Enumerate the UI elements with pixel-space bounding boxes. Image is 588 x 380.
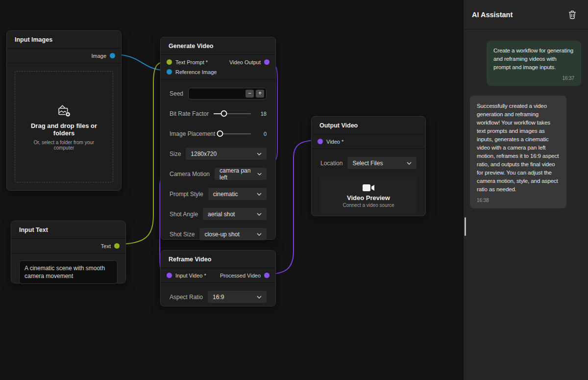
user-message-text: Create a workflow for generating and ref… xyxy=(493,47,574,72)
prompt-style-label: Prompt Style xyxy=(170,191,203,198)
dropzone-subtitle: Or, select a folder from your computer xyxy=(26,140,102,151)
node-input-images[interactable]: Input Images Image Drag and drop files o… xyxy=(6,30,122,191)
node-input-text[interactable]: Input Text Text A cinematic scene with s… xyxy=(11,221,126,283)
add-image-icon xyxy=(57,103,72,117)
node-title[interactable]: Generate Video xyxy=(161,37,275,55)
ai-assistant-title: AI Assistant xyxy=(472,11,513,19)
size-label: Size xyxy=(170,151,181,157)
input-video-port-dot[interactable] xyxy=(167,273,172,278)
port-input-video[interactable]: Input Video * xyxy=(167,273,206,279)
port-video-output[interactable]: Video Output xyxy=(229,59,270,65)
node-title[interactable]: Input Text xyxy=(11,221,125,239)
assistant-message-bubble: Successfully created a video generation … xyxy=(470,96,566,208)
image-placement-value: 0 xyxy=(256,131,267,137)
user-message-bubble: Create a workflow for generating and ref… xyxy=(487,41,581,86)
dropzone-title: Drag and drop files or folders xyxy=(26,122,102,137)
aspect-ratio-label: Aspect Ratio xyxy=(170,294,203,301)
assistant-message-text: Successfully created a video generation … xyxy=(477,102,560,194)
video-output-port-dot[interactable] xyxy=(264,59,270,65)
node-reframe-video[interactable]: Reframe Video Input Video * Processed Vi… xyxy=(160,250,276,306)
chevron-down-icon xyxy=(407,162,412,165)
ai-assistant-panel: AI Assistant Create a workflow for gener… xyxy=(463,0,588,380)
port-video-input[interactable]: Video * xyxy=(318,139,343,145)
ai-assistant-header: AI Assistant xyxy=(464,0,588,29)
seed-label: Seed xyxy=(170,90,183,97)
text-prompt-port-dot[interactable] xyxy=(167,59,172,65)
video-port-dot[interactable] xyxy=(318,139,323,144)
shot-size-value: close-up shot xyxy=(204,231,239,238)
chevron-down-icon xyxy=(257,213,262,216)
camera-motion-dropdown[interactable]: camera pan left xyxy=(215,168,267,180)
message-timestamp: 16:37 xyxy=(493,74,574,82)
port-section: Image xyxy=(7,49,121,63)
location-label: Location xyxy=(320,160,343,167)
port-label: Video Output xyxy=(229,59,261,65)
image-placement-slider[interactable] xyxy=(220,130,251,137)
seed-increment-button[interactable]: + xyxy=(256,90,264,98)
processed-video-port-dot[interactable] xyxy=(264,273,270,278)
location-dropdown[interactable]: Select Files xyxy=(347,157,416,169)
node-title[interactable]: Output Video xyxy=(312,117,425,134)
chevron-down-icon xyxy=(257,296,262,299)
chevron-down-icon xyxy=(257,152,262,155)
size-value: 1280x720 xyxy=(191,151,217,157)
aspect-ratio-dropdown[interactable]: 16:9 xyxy=(208,291,267,303)
slider-knob[interactable] xyxy=(221,110,227,117)
video-preview-title: Video Preview xyxy=(347,194,390,202)
trash-icon xyxy=(568,10,576,19)
port-text-output[interactable]: Text xyxy=(101,243,120,249)
shot-angle-dropdown[interactable]: aerial shot xyxy=(203,208,267,220)
port-label: Reference Image xyxy=(175,69,217,75)
bit-rate-factor-label: Bit Rate Factor xyxy=(170,110,209,117)
image-port-dot[interactable] xyxy=(110,53,115,58)
file-dropzone[interactable]: Drag and drop files or folders Or, selec… xyxy=(15,71,113,182)
size-dropdown[interactable]: 1280x720 xyxy=(186,148,267,160)
shot-size-dropdown[interactable]: close-up shot xyxy=(199,228,267,240)
slider-track[interactable] xyxy=(220,133,251,134)
message-timestamp: 16:38 xyxy=(477,196,560,204)
port-label: Text Prompt * xyxy=(175,59,208,65)
port-label: Input Video * xyxy=(175,273,206,279)
chevron-down-icon xyxy=(257,193,262,196)
port-reference-image[interactable]: Reference Image xyxy=(167,69,217,75)
seed-decrement-button[interactable]: − xyxy=(245,90,254,98)
text-input-field[interactable]: A cinematic scene with smooth camera mov… xyxy=(19,260,118,284)
port-label: Processed Video xyxy=(220,273,261,279)
port-label: Video * xyxy=(326,139,343,145)
port-section: Text xyxy=(11,239,125,253)
port-section: Input Video * Processed Video xyxy=(161,268,275,283)
seed-input[interactable]: − + xyxy=(188,88,267,100)
camera-motion-label: Camera Motion xyxy=(170,171,210,177)
shot-angle-value: aerial shot xyxy=(208,211,235,218)
reference-image-port-dot[interactable] xyxy=(167,69,172,75)
prompt-style-dropdown[interactable]: cinematic xyxy=(208,188,267,200)
node-title[interactable]: Input Images xyxy=(7,31,121,49)
port-processed-video[interactable]: Processed Video xyxy=(220,273,270,279)
image-placement-label: Image Placement xyxy=(170,130,215,137)
chevron-down-icon xyxy=(257,173,262,176)
aspect-ratio-value: 16:9 xyxy=(213,294,224,301)
node-generate-video[interactable]: Generate Video Text Prompt * Video Outpu… xyxy=(160,37,276,240)
node-title[interactable]: Reframe Video xyxy=(161,251,275,268)
port-section: Text Prompt * Video Output Reference Ima… xyxy=(161,55,275,79)
video-preview-subtitle: Connect a video source xyxy=(343,203,394,208)
port-text-prompt[interactable]: Text Prompt * xyxy=(167,59,208,65)
location-value: Select Files xyxy=(352,160,383,167)
port-section: Video * xyxy=(312,134,425,149)
clear-chat-button[interactable] xyxy=(565,7,580,22)
shot-angle-label: Shot Angle xyxy=(170,211,198,218)
chevron-down-icon xyxy=(257,233,262,236)
port-label: Image xyxy=(91,53,106,59)
node-output-video[interactable]: Output Video Video * Location Select Fil… xyxy=(311,116,426,216)
text-port-dot[interactable] xyxy=(114,243,120,249)
bit-rate-factor-value: 18 xyxy=(256,111,267,117)
panel-scrollbar-thumb[interactable] xyxy=(465,217,466,236)
port-label: Text xyxy=(101,243,111,249)
camera-motion-value: camera pan left xyxy=(220,167,257,181)
prompt-style-value: cinematic xyxy=(213,191,238,198)
video-preview-panel: Video Preview Connect a video source xyxy=(319,177,417,214)
port-image-output[interactable]: Image xyxy=(91,53,115,59)
slider-knob[interactable] xyxy=(217,130,223,137)
bit-rate-factor-slider[interactable] xyxy=(214,110,251,117)
shot-size-label: Shot Size xyxy=(170,231,195,238)
